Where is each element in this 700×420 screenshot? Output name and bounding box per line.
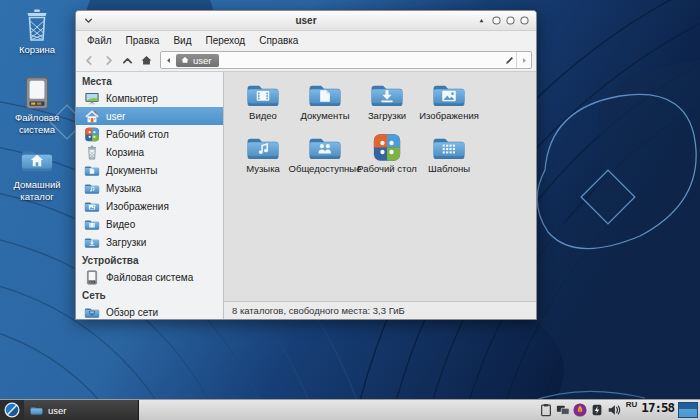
- sidebar-item[interactable]: Документы: [76, 161, 223, 179]
- keyboard-layout-indicator[interactable]: RU: [624, 400, 640, 420]
- toolbar: user: [76, 49, 536, 72]
- trash-icon: [84, 145, 100, 160]
- launcher-logo-icon: [4, 402, 20, 418]
- sidebar-section-header: Места: [76, 72, 223, 89]
- close-icon: [519, 15, 530, 26]
- window-menu-icon[interactable]: [82, 14, 95, 27]
- file-item[interactable]: Загрузки: [356, 80, 418, 133]
- home-toolbar-button[interactable]: [137, 52, 156, 69]
- displays-icon[interactable]: [556, 403, 571, 418]
- system-tray: [539, 400, 624, 420]
- window-controls: [474, 14, 530, 27]
- sidebar-item[interactable]: Изображения: [76, 197, 223, 215]
- file-item[interactable]: Документы: [294, 80, 356, 133]
- menu-item[interactable]: Правка: [119, 33, 167, 48]
- file-item-label: Изображения: [419, 110, 479, 121]
- path-scroll-right-button[interactable]: [516, 52, 531, 68]
- clipboard-icon[interactable]: [539, 403, 554, 418]
- desktop-icon-item[interactable]: Корзина: [6, 8, 68, 56]
- file-item[interactable]: Общедоступные: [294, 133, 356, 186]
- desktop-icon-item[interactable]: Домашний каталог: [6, 143, 68, 202]
- folder-images-icon: [431, 80, 467, 109]
- file-item-label: Видео: [249, 110, 277, 121]
- file-item[interactable]: Изображения: [418, 80, 480, 133]
- clock[interactable]: 17:58: [639, 400, 676, 420]
- pathbar[interactable]: user: [160, 51, 532, 69]
- volume-icon[interactable]: [607, 403, 622, 418]
- path-current-label: user: [193, 55, 211, 66]
- home-toolbar-icon: [140, 54, 153, 67]
- sidebar-section-header: Устройства: [76, 251, 223, 268]
- minimize-button[interactable]: [491, 14, 502, 27]
- path-scroll-left-button[interactable]: [161, 52, 175, 68]
- shade-icon: [477, 16, 486, 25]
- path-current-button[interactable]: user: [176, 54, 219, 67]
- sidebar-item[interactable]: Обзор сети: [76, 303, 223, 319]
- battery-icon[interactable]: [590, 403, 605, 418]
- sidebar-item-label: Рабочий стол: [106, 129, 169, 140]
- sidebar-item[interactable]: Компьютер: [76, 89, 223, 107]
- sidebar-section-header: Сеть: [76, 286, 223, 303]
- flame-icon[interactable]: [573, 403, 588, 418]
- path-edit-button[interactable]: [502, 52, 516, 68]
- home-icon: [180, 55, 190, 65]
- flame-icon: [573, 403, 587, 417]
- sidebar-item[interactable]: Музыка: [76, 179, 223, 197]
- forward-button[interactable]: [99, 52, 118, 69]
- scroll-right-icon: [519, 55, 530, 66]
- back-button[interactable]: [80, 52, 99, 69]
- taskbar-task-user[interactable]: user: [24, 400, 139, 420]
- file-item[interactable]: Рабочий стол: [356, 133, 418, 186]
- file-item-label: Документы: [301, 110, 350, 121]
- file-item[interactable]: Музыка: [232, 133, 294, 186]
- file-manager-window: user ФайлПравкаВидПереходСправка user Ме…: [75, 10, 537, 320]
- folder-images-icon: [84, 199, 100, 214]
- harddrive-icon: [20, 76, 54, 110]
- clipboard-icon: [539, 403, 553, 417]
- maximize-button[interactable]: [505, 14, 516, 27]
- sidebar-item[interactable]: user: [76, 107, 223, 125]
- folder-documents-icon: [307, 80, 343, 109]
- task-label: user: [48, 405, 66, 416]
- workspace-pager[interactable]: [678, 402, 698, 418]
- sidebar-item[interactable]: Рабочий стол: [76, 125, 223, 143]
- forward-icon: [102, 54, 115, 67]
- titlebar[interactable]: user: [76, 11, 536, 31]
- file-item[interactable]: Шаблоны: [418, 133, 480, 186]
- desktop-icon: [369, 133, 405, 162]
- sidebar-item[interactable]: Файловая система: [76, 268, 223, 286]
- up-button[interactable]: [118, 52, 137, 69]
- desktop-icon-item[interactable]: Файловая система: [6, 76, 68, 135]
- menu-item[interactable]: Файл: [80, 33, 119, 48]
- close-button[interactable]: [519, 14, 530, 27]
- menu-item[interactable]: Переход: [198, 33, 252, 48]
- home-folder-icon: [20, 143, 54, 177]
- app-menu-button[interactable]: [0, 400, 24, 420]
- sidebar-item-label: Видео: [106, 219, 135, 230]
- user-home-icon: [84, 109, 100, 124]
- file-item-label: Рабочий стол: [357, 163, 417, 174]
- file-item-label: Музыка: [246, 163, 280, 174]
- menu-item[interactable]: Справка: [252, 33, 305, 48]
- sidebar-item-label: Музыка: [106, 183, 141, 194]
- taskbar-spacer: [139, 400, 539, 420]
- file-item-label: Общедоступные: [289, 163, 362, 174]
- folder-downloads-icon: [84, 235, 100, 250]
- sidebar-item[interactable]: Корзина: [76, 143, 223, 161]
- folder-downloads-icon: [369, 80, 405, 109]
- sidebar-item-label: Документы: [106, 165, 158, 176]
- statusbar: 8 каталогов, свободного места: 3,3 ГиБ: [224, 301, 536, 319]
- folder-music-icon: [84, 181, 100, 196]
- sidebar-item[interactable]: Загрузки: [76, 233, 223, 251]
- menu-item[interactable]: Вид: [166, 33, 198, 48]
- shade-button[interactable]: [477, 14, 486, 27]
- battery-icon: [590, 403, 604, 417]
- sidebar-item[interactable]: Видео: [76, 215, 223, 233]
- main-pane: ВидеоДокументыЗагрузкиИзображенияМузыкаО…: [224, 72, 536, 319]
- file-item-label: Шаблоны: [428, 163, 470, 174]
- network-icon: [84, 305, 100, 320]
- file-item[interactable]: Видео: [232, 80, 294, 133]
- desktop-icon-label: Корзина: [19, 44, 55, 56]
- desktop-icon-label: Домашний каталог: [6, 179, 68, 202]
- menubar: ФайлПравкаВидПереходСправка: [76, 31, 536, 49]
